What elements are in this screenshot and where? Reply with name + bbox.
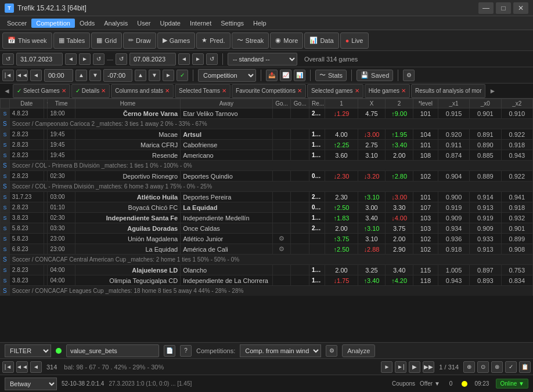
- table-row[interactable]: S 2.8.23 02:30 Deportivo Rionegro Deport…: [1, 171, 533, 182]
- menu-help[interactable]: Help: [249, 19, 271, 28]
- table-row[interactable]: S 6.8.23 23:00 La Equidad América de Cal…: [1, 244, 533, 255]
- col-level[interactable]: *level: [413, 99, 438, 108]
- table-row[interactable]: SSoccer / Campeonato Carioca 2 _matches:…: [1, 119, 533, 129]
- col-sort[interactable]: ↑: [44, 99, 48, 108]
- nav2[interactable]: ⊙: [477, 361, 489, 373]
- table-row[interactable]: S 2.8.23 19:45 Macae Artsul 1 : 4 4.00 ↓…: [1, 129, 533, 140]
- menu-odds[interactable]: Odds: [75, 19, 99, 28]
- page-first-btn[interactable]: |◄: [2, 361, 14, 373]
- filter-clear-btn[interactable]: 📄: [164, 345, 175, 357]
- tab-columns[interactable]: Columns and stats ✕: [111, 84, 174, 98]
- filter-value-input[interactable]: [66, 344, 159, 357]
- col-o1[interactable]: 1: [325, 99, 358, 108]
- refresh2-button[interactable]: ↺: [93, 53, 105, 65]
- col-indicator[interactable]: [1, 99, 10, 108]
- competition-dropdown[interactable]: Competition: [198, 69, 256, 82]
- online-label[interactable]: Online ▼: [496, 379, 528, 389]
- table-row[interactable]: SSoccer / CONCACAF Central American Cup …: [1, 255, 533, 265]
- tab-results[interactable]: Results of analysis of mor: [411, 84, 486, 98]
- table-row[interactable]: SSoccer / COL - Primera B División _matc…: [1, 161, 533, 171]
- prev-date-button[interactable]: ◄: [65, 53, 77, 65]
- competitions-dropdown[interactable]: Comp. from main window: [240, 344, 321, 357]
- tab-selected-teams[interactable]: Selected Teams ✕: [175, 84, 231, 98]
- comp-settings-btn[interactable]: ⚙: [326, 345, 337, 357]
- table-row[interactable]: S 3.8.23 04:00 Olimpia Tegucigalpa CD In…: [1, 275, 533, 286]
- menu-internet[interactable]: Internet: [185, 19, 216, 28]
- tab-arrow-left[interactable]: ◄: [1, 87, 13, 95]
- tab-close-columns[interactable]: ✕: [165, 88, 170, 94]
- table-row[interactable]: S 2.8.23 19:45 Resende Americano 1 : 1 3…: [1, 150, 533, 161]
- col-re[interactable]: Re...: [309, 99, 325, 108]
- table-row[interactable]: S 2.8.23 19:45 Marica CFRJ Cabofriense 1…: [1, 140, 533, 150]
- tab-arrow-right[interactable]: ►: [487, 87, 498, 95]
- page-prev4-btn[interactable]: ◄: [30, 361, 42, 373]
- table-row[interactable]: S 4.8.23 18:00 Černo More Varna Etar Vel…: [1, 108, 533, 119]
- this-week-button[interactable]: 📅 This week: [2, 32, 52, 49]
- start-date-input[interactable]: [16, 53, 63, 66]
- more-button[interactable]: ◉ More: [270, 32, 303, 49]
- col-home[interactable]: Home: [75, 99, 181, 108]
- menu-user[interactable]: User: [132, 19, 155, 28]
- table-row[interactable]: S 5.8.23 03:30 Aguilas Doradas Once Cald…: [1, 223, 533, 234]
- menu-competition[interactable]: Competition: [31, 19, 75, 28]
- export-btn[interactable]: 📤: [266, 70, 278, 81]
- draw-button[interactable]: ✏ Draw: [123, 32, 156, 49]
- tab-close-details[interactable]: ✕: [101, 88, 106, 94]
- page-prev[interactable]: ◄◄: [16, 70, 28, 81]
- tab-close-fav[interactable]: ✕: [297, 88, 302, 94]
- tables-button[interactable]: ▦ Tables: [53, 32, 91, 49]
- bar-chart-btn[interactable]: 📊: [294, 70, 305, 81]
- page-first[interactable]: |◄: [2, 70, 14, 81]
- refresh-button[interactable]: ↺: [2, 53, 14, 65]
- refresh3-button[interactable]: ↺: [116, 53, 127, 65]
- menu-settings[interactable]: Settings: [216, 19, 249, 28]
- filter-dropdown[interactable]: FILTER: [5, 344, 51, 357]
- streak-button[interactable]: 〜 Streak: [232, 32, 269, 49]
- tab-details[interactable]: ✓ Details ✕: [71, 84, 110, 98]
- time2-input[interactable]: [103, 69, 132, 82]
- col-date[interactable]: Date: [9, 99, 44, 108]
- tab-close-selgames[interactable]: ✕: [355, 88, 359, 94]
- page-next3-btn[interactable]: ►: [381, 361, 392, 373]
- time1-input[interactable]: [44, 69, 73, 82]
- time2-down[interactable]: ▼: [149, 70, 160, 81]
- col-x2[interactable]: _x2: [501, 99, 532, 108]
- analyze-button[interactable]: Analyze: [342, 344, 375, 357]
- tab-fav-competitions[interactable]: Favourite Competitions ✕: [232, 84, 306, 98]
- table-row[interactable]: SSoccer / CONCACAF Leagues Cup _matches:…: [1, 286, 533, 296]
- table-container[interactable]: Date ↑ Time Home Away Go... Go... Re... …: [0, 99, 533, 296]
- nav5[interactable]: 📋: [519, 361, 531, 373]
- time-up[interactable]: ▲: [75, 70, 87, 81]
- time2-up[interactable]: ▲: [135, 70, 146, 81]
- col-o2[interactable]: 2: [386, 99, 413, 108]
- page-prev3-btn[interactable]: ◄◄: [16, 361, 28, 373]
- grid-button[interactable]: ▦ Grid: [91, 32, 122, 49]
- col-x1[interactable]: _x1: [438, 99, 469, 108]
- table-row[interactable]: SSoccer / COL - Primera División _matche…: [1, 182, 533, 192]
- time-down[interactable]: ▼: [89, 70, 101, 81]
- next-date-button[interactable]: ►: [79, 53, 91, 65]
- stats-button[interactable]: 〜 Stats: [315, 70, 347, 81]
- next-end-date-button[interactable]: ►: [192, 53, 204, 65]
- data-button[interactable]: 📊 Data: [304, 32, 338, 49]
- col-go2[interactable]: Go...: [291, 99, 309, 108]
- page-next[interactable]: ►: [163, 70, 174, 81]
- tab-close-hide[interactable]: ✕: [401, 88, 406, 94]
- table-row[interactable]: S 31.7.23 03:00 Atlético Huila Deportes …: [1, 192, 533, 202]
- tab-selected-games[interactable]: Selected games ✕: [307, 84, 363, 98]
- play-btn[interactable]: ▶: [409, 361, 420, 373]
- confirm-btn[interactable]: ✓: [177, 70, 188, 81]
- col-x0[interactable]: _x0: [470, 99, 501, 108]
- play-all-btn[interactable]: ▶▶: [423, 361, 434, 373]
- tab-close-select[interactable]: ✕: [62, 88, 66, 94]
- close-button[interactable]: ✕: [513, 2, 528, 14]
- col-ox[interactable]: X: [358, 99, 386, 108]
- nav1[interactable]: ⊕: [463, 361, 475, 373]
- col-go1[interactable]: Go...: [272, 99, 291, 108]
- pred-button[interactable]: ★ Pred.: [196, 32, 230, 49]
- nav4[interactable]: ✓: [505, 361, 517, 373]
- offer-label[interactable]: Offer ▼: [420, 380, 440, 387]
- prev-end-date-button[interactable]: ◄: [178, 53, 190, 65]
- games-button[interactable]: ▶ Games: [157, 32, 195, 49]
- nav3[interactable]: ⊗: [491, 361, 503, 373]
